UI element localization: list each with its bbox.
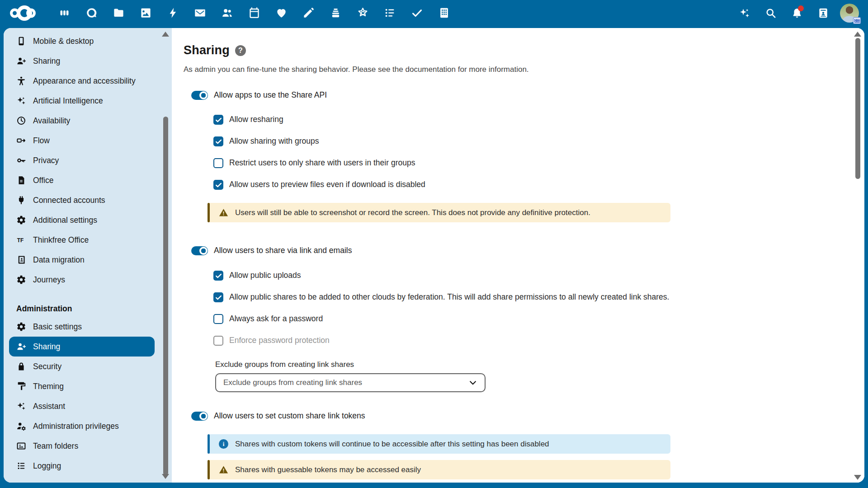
checkbox[interactable]: [213, 180, 223, 190]
contacts-menu-button[interactable]: [810, 0, 836, 26]
tasks-button[interactable]: [376, 0, 403, 26]
share-api-toggle-row[interactable]: Allow apps to use the Share API: [191, 90, 864, 100]
favorites-button[interactable]: [268, 0, 295, 26]
page-subtitle: As admin you can fine-tune the sharing b…: [184, 65, 864, 74]
sidebar-item-label: Administration privileges: [33, 422, 119, 431]
sidebar-item-privacy[interactable]: Privacy: [9, 150, 155, 170]
nextcloud-logo[interactable]: [10, 4, 39, 22]
assistant-button[interactable]: [731, 0, 758, 26]
sidebar-item-label: Basic settings: [33, 322, 82, 332]
sidebar-scroll-down-arrow[interactable]: [162, 474, 169, 479]
link-shares-toggle[interactable]: [191, 246, 208, 255]
check-icon: [215, 294, 222, 301]
warning-text: Users will still be able to screenshot o…: [235, 208, 590, 217]
sidebar-item-data-migration[interactable]: Data migration: [9, 250, 155, 270]
photos-button[interactable]: [132, 0, 159, 26]
help-icon[interactable]: ?: [235, 45, 246, 56]
sidebar-item-label: Journeys: [33, 275, 65, 285]
sidebar-item-appearance[interactable]: Appearance and accessibility: [9, 71, 155, 91]
checkbox[interactable]: [213, 292, 223, 302]
content-scroll-up-arrow[interactable]: [854, 32, 861, 37]
notifications-button[interactable]: [784, 0, 810, 26]
check-icon: [215, 181, 222, 189]
custom-tokens-info-banner: i Shares with custom tokens will continu…: [208, 434, 670, 454]
calendar-button[interactable]: [241, 0, 268, 26]
checkbox[interactable]: [213, 271, 223, 281]
contacts-button[interactable]: [213, 0, 241, 26]
checkbox-restrict-users-groups[interactable]: Restrict users to only share with users …: [213, 158, 864, 169]
app-bars-button[interactable]: [51, 0, 78, 26]
notes-button[interactable]: [295, 0, 322, 26]
content-scrollbar-thumb[interactable]: [855, 38, 860, 179]
sidebar-item-team-folders[interactable]: Team folders: [9, 436, 155, 456]
page-title-row: Sharing ?: [184, 43, 864, 57]
share-api-toggle[interactable]: [191, 91, 208, 100]
sidebar-item-label: Artificial Intelligence: [33, 96, 103, 106]
tables-grid-icon: [438, 7, 450, 19]
checkbox[interactable]: [213, 136, 223, 146]
chevron-down-icon: [468, 378, 477, 387]
sidebar-item-artificial-intelligence[interactable]: Artificial Intelligence: [9, 91, 155, 111]
sidebar-item-basic-settings[interactable]: Basic settings: [9, 317, 155, 337]
star-app-button[interactable]: [349, 0, 376, 26]
deck-button[interactable]: [322, 0, 349, 26]
sidebar-item-logging[interactable]: Logging: [9, 456, 155, 476]
sidebar-item-mobile-desktop[interactable]: Mobile & desktop: [9, 31, 155, 51]
checkbox-always-ask-password[interactable]: Always ask for a password: [213, 314, 864, 325]
checkbox-allow-resharing[interactable]: Allow resharing: [213, 115, 864, 126]
checkbox-allow-sharing-with-groups[interactable]: Allow sharing with groups: [213, 136, 864, 147]
sidebar-item-journeys[interactable]: Journeys: [9, 270, 155, 290]
sidebar-scrollbar-thumb[interactable]: [163, 117, 168, 475]
content-scroll-down-arrow[interactable]: [854, 475, 861, 480]
sidebar-scroll-up-arrow[interactable]: [162, 32, 169, 37]
tasks-list-icon: [384, 7, 396, 19]
accessibility-icon: [16, 76, 26, 86]
checkbox-federation-public-shares[interactable]: Allow public shares to be added to other…: [213, 292, 864, 303]
checkbox[interactable]: [213, 158, 223, 168]
contacts-card-icon: [817, 7, 829, 19]
sidebar-item-assistant[interactable]: Assistant: [9, 396, 155, 416]
sidebar-item-administration-privileges[interactable]: Administration privileges: [9, 416, 155, 436]
sidebar-item-connected-accounts[interactable]: Connected accounts: [9, 190, 155, 210]
avatar[interactable]: [840, 4, 859, 23]
link-shares-toggle-row[interactable]: Allow users to share via link and emails: [191, 246, 864, 255]
unified-search-button[interactable]: [758, 0, 784, 26]
sparkles-icon: [16, 401, 26, 411]
checkbox[interactable]: [213, 115, 223, 125]
checkbox-allow-preview-download-disabled[interactable]: Allow users to preview files even if dow…: [213, 180, 864, 191]
talk-button[interactable]: [78, 0, 105, 26]
star-icon: [357, 7, 369, 19]
sidebar-item-sharing-personal[interactable]: Sharing: [9, 51, 155, 71]
activity-bolt-icon: [167, 7, 179, 19]
exclude-groups-select[interactable]: Exclude groups from creating link shares: [215, 373, 486, 392]
files-button[interactable]: [105, 0, 132, 26]
sidebar-item-additional-settings[interactable]: Additional settings: [9, 210, 155, 230]
sharing-settings-panel: Sharing ? As admin you can fine-tune the…: [172, 28, 864, 483]
checkbox-label: Always ask for a password: [229, 313, 323, 325]
sidebar-item-theming[interactable]: Theming: [9, 376, 155, 396]
sidebar-item-thinkfree-office[interactable]: TF Thinkfree Office: [9, 230, 155, 250]
checkmark-icon: [411, 7, 423, 19]
sidebar-item-label: Mobile & desktop: [33, 37, 94, 46]
sidebar-item-sharing-admin[interactable]: Sharing: [9, 337, 155, 357]
sidebar-item-label: Data migration: [33, 255, 85, 265]
guessable-tokens-warning-banner: Shares with guessable tokens may be acce…: [208, 460, 670, 479]
custom-tokens-toggle-row[interactable]: Allow users to set custom share link tok…: [191, 411, 864, 421]
app-bars-icon: [58, 7, 71, 19]
checkbox-enforce-password-protection: Enforce password protection: [213, 336, 864, 347]
sidebar-item-office[interactable]: Office: [9, 170, 155, 190]
warning-triangle-icon: [219, 208, 228, 217]
activity-button[interactable]: [159, 0, 186, 26]
sidebar-item-security[interactable]: Security: [9, 357, 155, 376]
check-app-button[interactable]: [403, 0, 430, 26]
top-bar-right: [731, 0, 859, 26]
custom-tokens-toggle[interactable]: [191, 412, 208, 421]
warning-triangle-icon: [219, 465, 228, 474]
checkbox-allow-public-uploads[interactable]: Allow public uploads: [213, 271, 864, 282]
checkbox[interactable]: [213, 314, 223, 324]
sidebar-item-availability[interactable]: Availability: [9, 111, 155, 131]
tables-button[interactable]: [430, 0, 458, 26]
mail-button[interactable]: [186, 0, 213, 26]
sidebar-item-flow[interactable]: Flow: [9, 131, 155, 150]
address-book-icon: [16, 255, 26, 265]
